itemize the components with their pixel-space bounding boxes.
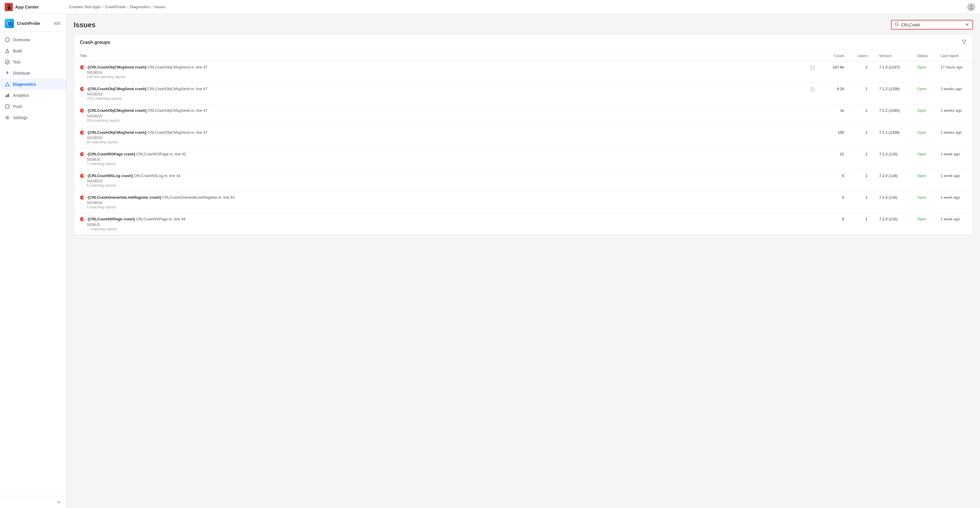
crash-users: 2	[865, 152, 867, 156]
table-row[interactable]: ✕ -[CRLCrashOverwriteLinkRegister crash]…	[74, 192, 973, 213]
crash-status: Open	[917, 108, 926, 113]
svg-rect-11	[7, 94, 8, 97]
crash-error-icon: ✕	[80, 152, 84, 158]
svg-text:✕: ✕	[81, 109, 84, 112]
app-platform-badge: iOS	[53, 21, 62, 26]
sidebar-item-settings[interactable]: Settings	[0, 112, 66, 123]
crash-status: Open	[917, 152, 926, 156]
note-icon[interactable]	[810, 87, 815, 93]
crash-version: 7.2.0 (116)	[879, 195, 897, 200]
crash-count: 187.6k	[833, 65, 844, 69]
crash-signal: SIGBUS	[87, 223, 815, 227]
sidebar-collapse-button[interactable]	[0, 496, 66, 508]
crash-users: 1	[865, 195, 867, 200]
sidebar-item-build-label: Build	[13, 49, 22, 53]
sidebar-item-distribute-label: Distribute	[13, 71, 30, 75]
main-content: Issues ✕ Crash groups Title Count Users …	[67, 14, 980, 508]
crash-version: 7.2.2 (1340)	[879, 108, 900, 113]
svg-text:✕: ✕	[81, 65, 84, 69]
crash-file: CRLCrashObjCMsgSend.m, line 47	[147, 86, 207, 91]
crash-users: 2	[865, 65, 867, 69]
crash-reports: 7 matching reports	[87, 162, 815, 166]
crash-reports: 6 matching reports	[87, 184, 815, 188]
page-header: Issues ✕	[74, 20, 973, 30]
app-logo[interactable]: 📱 App Center	[5, 3, 69, 11]
crash-status: Open	[917, 195, 926, 200]
crash-users: 1	[865, 217, 867, 221]
filter-icon[interactable]	[962, 39, 967, 46]
crash-error-icon: ✕	[80, 195, 84, 201]
svg-point-8	[5, 60, 10, 64]
search-input[interactable]	[901, 22, 962, 27]
build-icon	[5, 48, 10, 54]
settings-icon	[5, 115, 10, 120]
crash-version: 7.1.1 (1338)	[879, 130, 900, 134]
sidebar-item-test[interactable]: Test	[0, 56, 66, 68]
crash-error-icon: ✕	[80, 217, 84, 223]
col-title: Title	[74, 51, 821, 61]
svg-line-17	[897, 25, 899, 26]
svg-rect-12	[8, 94, 9, 97]
analytics-icon	[5, 93, 10, 98]
breadcrumb-item-1[interactable]: CrashProbe	[105, 5, 126, 9]
svg-text:✕: ✕	[81, 174, 84, 177]
svg-text:✕: ✕	[81, 131, 84, 134]
crash-title-text: -[CRLCrashObjCMsgSend crash] CRLCrashObj…	[87, 130, 815, 144]
crash-status: Open	[917, 65, 926, 69]
crash-error-icon: ✕	[80, 130, 84, 136]
crash-last-report: 1 week ago	[940, 217, 960, 221]
svg-rect-21	[811, 66, 814, 69]
sidebar-item-push[interactable]: Push	[0, 101, 66, 112]
svg-marker-9	[5, 83, 10, 86]
user-avatar[interactable]	[967, 3, 975, 11]
sidebar-item-distribute[interactable]: Distribute	[0, 68, 66, 79]
table-row[interactable]: ✕ -[CRLCrashObjCMsgSend crash] CRLCrashO…	[74, 61, 973, 83]
crash-count: 8	[842, 217, 844, 221]
search-clear-button[interactable]: ✕	[964, 22, 969, 27]
sidebar-item-analytics[interactable]: Analytics	[0, 90, 66, 101]
sidebar-item-diagnostics-label: Diagnostics	[13, 82, 36, 86]
crash-users: 1	[865, 86, 867, 91]
svg-point-14	[7, 117, 8, 118]
distribute-icon	[5, 70, 10, 76]
breadcrumb-item-2[interactable]: Diagnostics	[130, 5, 150, 9]
table-row[interactable]: ✕ -[CRLCrashNXPage crash] CRLCrashNXPage…	[74, 213, 973, 235]
col-status: Status	[911, 51, 935, 61]
svg-point-16	[895, 22, 898, 26]
sidebar-item-settings-label: Settings	[13, 115, 28, 120]
sidebar-header: 🔵 CrashProbe iOS	[0, 14, 66, 32]
crash-status: Open	[917, 86, 926, 91]
sidebar-item-test-label: Test	[13, 60, 21, 64]
sidebar-item-diagnostics[interactable]: Diagnostics	[0, 79, 66, 90]
crash-method: -[CRLCrashROPage crash]	[87, 152, 135, 156]
svg-marker-18	[962, 40, 966, 44]
table-row[interactable]: ✕ -[CRLCrashObjCMsgSend crash] CRLCrashO…	[74, 83, 973, 104]
crash-signal: SIGSEGV	[87, 136, 815, 140]
crash-signal: SIGSEGV	[87, 92, 808, 96]
crash-file: CRLCrashROPage.m, line 42	[136, 152, 186, 156]
crash-file: CRLCrashObjCMsgSend.m, line 47	[147, 108, 207, 113]
table-row[interactable]: ✕ -[CRLCrashROPage crash] CRLCrashROPage…	[74, 148, 973, 169]
table-row[interactable]: ✕ -[CRLCrashNSLog crash] CRLCrashNSLog.m…	[74, 169, 973, 191]
search-box[interactable]: ✕	[891, 20, 973, 30]
svg-text:✕: ✕	[81, 152, 84, 156]
svg-text:✕: ✕	[81, 196, 84, 199]
sidebar-item-build[interactable]: Build	[0, 45, 66, 56]
svg-rect-10	[6, 96, 6, 97]
sidebar-item-overview[interactable]: Overview	[0, 34, 66, 45]
table-row[interactable]: ✕ -[CRLCrashObjCMsgSend crash] CRLCrashO…	[74, 126, 973, 148]
crash-version: 7.2.0 (116)	[879, 217, 897, 221]
breadcrumb-item-0[interactable]: Crashes Test Apps	[69, 5, 100, 9]
crash-reports: ... matching reports	[87, 227, 815, 231]
note-icon[interactable]	[810, 65, 815, 71]
breadcrumb-item-3[interactable]: Issues	[154, 5, 165, 9]
table-row[interactable]: ✕ -[CRLCrashObjCMsgSend crash] CRLCrashO…	[74, 104, 973, 126]
crash-count: 6	[842, 195, 844, 200]
svg-point-6	[5, 38, 10, 42]
crash-groups-card: Crash groups Title Count Users Version S…	[74, 34, 973, 235]
crash-signal: SIGSEGV	[87, 114, 815, 118]
app-center-title: App Center	[15, 5, 39, 10]
crash-count: 8.2k	[837, 86, 844, 91]
svg-point-3	[969, 8, 973, 10]
avatar-icon	[969, 5, 974, 10]
